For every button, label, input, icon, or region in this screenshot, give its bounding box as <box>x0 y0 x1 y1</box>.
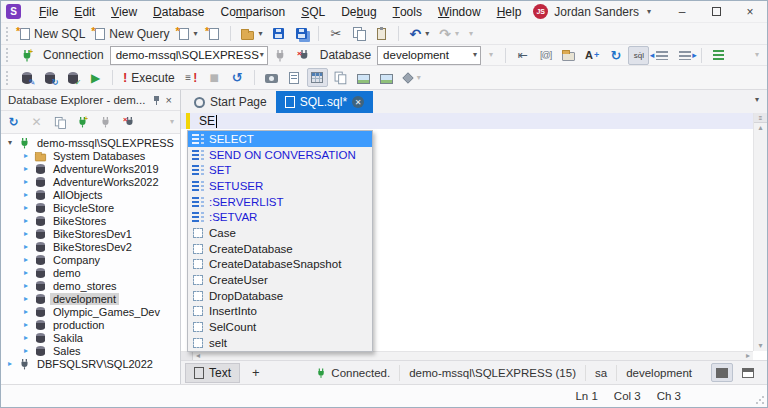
autocomplete-item-setuser[interactable]: SETUSER <box>188 178 372 194</box>
tree-item-company[interactable]: ▸Company <box>1 253 180 266</box>
uppercase-keywords-button[interactable]: A+ <box>581 46 603 65</box>
vertical-scrollbar[interactable]: ≡ ▴ ▾ <box>753 113 767 351</box>
new-connection-button[interactable]: + <box>16 46 37 65</box>
save-button[interactable] <box>268 24 289 43</box>
tab-close-icon[interactable]: ✕ <box>352 96 364 108</box>
splitter-handle[interactable] <box>181 352 193 360</box>
explorer-connect-button[interactable] <box>95 113 116 132</box>
scroll-left-icon[interactable]: ◂ <box>193 352 203 360</box>
run-button[interactable]: ▶ <box>85 68 106 87</box>
refresh-data-button[interactable]: ↻ <box>39 68 60 87</box>
tree-item-system-databases[interactable]: ▸System Databases <box>1 149 180 162</box>
query-builder-button[interactable] <box>330 68 351 87</box>
stop-button[interactable]: ■ <box>204 68 225 87</box>
tree-item-olympic-games-dev[interactable]: ▸Olympic_Games_Dev <box>1 305 180 318</box>
tree-item-bikestores[interactable]: ▸BikeStores <box>1 214 180 227</box>
horizontal-scrollbar[interactable]: ◂ ▸ <box>181 351 753 360</box>
chevron-right-icon[interactable]: ▸ <box>21 152 31 160</box>
snapshot-button[interactable] <box>261 68 282 87</box>
tree-item-adventureworks2019[interactable]: ▸AdventureWorks2019 <box>1 162 180 175</box>
menu-help[interactable]: Help <box>489 1 530 22</box>
menu-sql[interactable]: SQL <box>293 1 333 22</box>
new-query-button[interactable]: New Query <box>91 24 173 43</box>
menu-database[interactable]: Database <box>145 1 212 22</box>
explorer-overflow-caret-icon[interactable]: ▾ <box>170 118 174 126</box>
menu-window[interactable]: Window <box>430 1 489 22</box>
connection-select[interactable]: demo-mssql\SQLEXPRESS▾ <box>110 46 268 65</box>
paste-button[interactable] <box>371 24 392 43</box>
chevron-right-icon[interactable]: ▸ <box>21 243 31 251</box>
explorer-delete-button[interactable]: ✕ <box>26 113 47 132</box>
tree-item-sales[interactable]: ▸Sales <box>1 344 180 357</box>
menu-edit[interactable]: Edit <box>66 1 103 22</box>
chevron-right-icon[interactable]: ▸ <box>21 308 31 316</box>
chevron-right-icon[interactable]: ▸ <box>21 256 31 264</box>
explorer-new-connection-button[interactable]: + <box>72 113 93 132</box>
tree-item-demo-stores[interactable]: ▸demo_stores <box>1 279 180 292</box>
new-document-button[interactable]: ▾ <box>175 24 201 43</box>
autocomplete-item-case[interactable]: Case <box>188 225 372 241</box>
new-sql-button[interactable]: New SQL <box>16 24 89 43</box>
autocomplete-item-createdatabase[interactable]: CreateDatabase <box>188 241 372 257</box>
decrease-indent-button[interactable]: ◂ <box>651 46 672 65</box>
menu-file[interactable]: File <box>31 1 66 22</box>
tree-item-development[interactable]: ▸development <box>1 292 180 305</box>
tab-start-page[interactable]: Start Page <box>185 91 276 113</box>
autocomplete-item--serverlist[interactable]: :SERVERLIST <box>188 194 372 210</box>
toolbar-grip[interactable] <box>5 48 10 62</box>
parameters-button[interactable]: [@] <box>535 46 556 65</box>
document-outline-button[interactable] <box>708 46 729 65</box>
tree-item-dbfsqlsrv-sql2022[interactable]: ▸DBFSQLSRV\SQL2022 <box>1 357 180 370</box>
explorer-close-icon[interactable]: × <box>162 94 176 106</box>
save-all-button[interactable] <box>291 24 312 43</box>
tab-list-caret-icon[interactable]: ▾ <box>755 96 759 104</box>
single-layout-button[interactable] <box>737 363 759 382</box>
autocomplete-item-createuser[interactable]: CreateUser <box>188 272 372 288</box>
chevron-down-icon[interactable]: ▾ <box>5 139 15 147</box>
chevron-right-icon[interactable]: ▸ <box>21 321 31 329</box>
minimize-button[interactable]: – <box>665 1 699 22</box>
copy-button[interactable] <box>348 24 369 43</box>
tree-item-demo[interactable]: ▸demo <box>1 266 180 279</box>
database-extra-caret-icon[interactable]: ▾ <box>489 51 493 59</box>
scroll-up-icon[interactable]: ▴ <box>758 123 762 133</box>
increase-indent-button[interactable]: ▸ <box>674 46 695 65</box>
toolbar-grip[interactable] <box>5 27 10 41</box>
navigate-button[interactable] <box>558 46 579 65</box>
autocomplete-item-set[interactable]: SET <box>188 162 372 178</box>
redo-button[interactable]: ↷▾ <box>435 24 463 43</box>
user-name[interactable]: Jordan Sanders <box>554 5 639 19</box>
explorer-refresh-button[interactable]: ↻ <box>3 113 24 132</box>
results-grid-button[interactable] <box>307 68 328 87</box>
user-menu-caret-icon[interactable]: ▾ <box>647 8 651 16</box>
explorer-disconnect-button[interactable]: × <box>118 113 139 132</box>
execute-button[interactable]: !Execute <box>119 68 179 87</box>
sql-formatter-button[interactable]: sq́l <box>628 46 649 65</box>
tree-item-allobjects[interactable]: ▸AllObjects <box>1 188 180 201</box>
execution-history-button[interactable]: ↺ <box>227 68 248 87</box>
autocomplete-item-dropdatabase[interactable]: DropDatabase <box>188 288 372 304</box>
toolbar-overflow-caret-icon[interactable]: ▾ <box>469 30 473 38</box>
refresh-button[interactable]: ↻ <box>605 46 626 65</box>
add-view-button[interactable]: + <box>242 365 270 380</box>
export-image-button[interactable] <box>376 68 397 87</box>
menu-tools[interactable]: Tools <box>385 1 430 22</box>
tab-sql-document[interactable]: SQL.sql* ✕ <box>276 91 373 113</box>
resize-grip[interactable] <box>755 395 765 405</box>
menu-debug[interactable]: Debug <box>333 1 384 22</box>
split-layout-button[interactable] <box>711 363 733 382</box>
edit-data-button[interactable]: ✎ <box>16 68 37 87</box>
execute-settings-button[interactable]: ≡! <box>181 68 202 87</box>
autocomplete-item-createdatabasesnapshot[interactable]: CreateDatabaseSnapshot <box>188 257 372 273</box>
chevron-right-icon[interactable]: ▸ <box>21 217 31 225</box>
tree-item-demo-mssql-sqlexpress[interactable]: ▾demo-mssql\SQLEXPRESS <box>1 136 180 149</box>
cut-button[interactable]: ✂ <box>325 24 346 43</box>
maximize-button[interactable] <box>699 1 733 22</box>
autocomplete-item-insertinto[interactable]: InsertInto <box>188 304 372 320</box>
database-select[interactable]: development▾ <box>377 46 481 65</box>
splitter-handle[interactable]: ≡ <box>754 113 767 123</box>
tree-item-bikestoresdev1[interactable]: ▸BikeStoresDev1 <box>1 227 180 240</box>
tree-item-sakila[interactable]: ▸Sakila <box>1 331 180 344</box>
disconnect-button[interactable]: × <box>293 46 314 65</box>
chevron-right-icon[interactable]: ▸ <box>21 282 31 290</box>
